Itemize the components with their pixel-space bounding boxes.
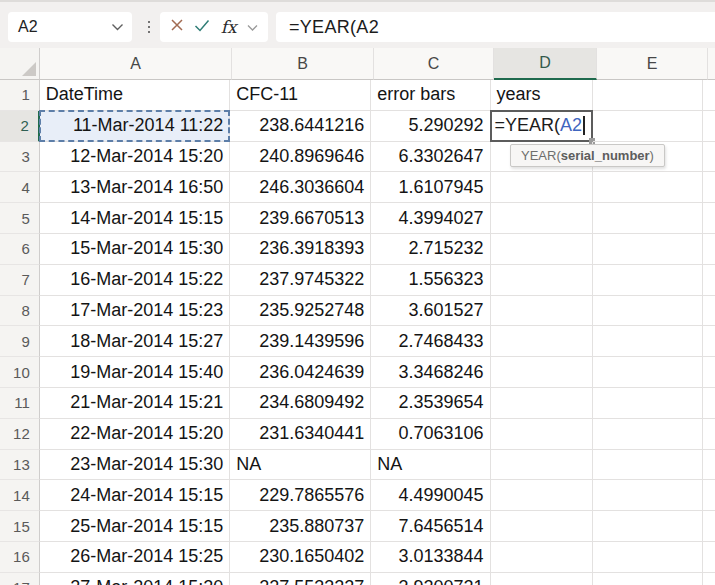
formula-input[interactable]: =YEAR(A2 (276, 12, 715, 42)
cell-A2[interactable]: 11-Mar-2014 11:22 (40, 111, 231, 142)
row-header-1[interactable]: 1 (0, 80, 40, 111)
cell-B15[interactable]: 235.880737 (230, 511, 371, 542)
cell-E8[interactable] (593, 296, 703, 327)
cell-D16[interactable] (491, 542, 593, 573)
cell-E9[interactable] (593, 326, 703, 357)
cell-C16[interactable]: 3.0133844 (371, 542, 490, 573)
cell-B16[interactable]: 230.1650402 (230, 542, 371, 573)
cell-B11[interactable]: 234.6809492 (230, 388, 371, 419)
cell-A8[interactable]: 17-Mar-2014 15:23 (40, 296, 231, 327)
column-header-B[interactable]: B (232, 48, 374, 80)
cell-E13[interactable] (593, 450, 703, 481)
row-header-13[interactable]: 13 (0, 450, 40, 481)
cell-A4[interactable]: 13-Mar-2014 16:50 (40, 172, 231, 203)
cell-E14[interactable] (593, 480, 703, 511)
cell-C14[interactable]: 4.4990045 (371, 480, 490, 511)
cell-A12[interactable]: 22-Mar-2014 15:20 (40, 419, 231, 450)
cell-C11[interactable]: 2.3539654 (371, 388, 490, 419)
cell-C3[interactable]: 6.3302647 (371, 142, 490, 173)
row-header-4[interactable]: 4 (0, 172, 40, 203)
cell-D13[interactable] (491, 450, 593, 481)
cell-B7[interactable]: 237.9745322 (230, 265, 371, 296)
row-header-5[interactable]: 5 (0, 203, 40, 234)
cell-E11[interactable] (593, 388, 703, 419)
column-header-E[interactable]: E (597, 48, 708, 80)
cell-D14[interactable] (491, 480, 593, 511)
row-header-17[interactable]: 17 (0, 573, 40, 585)
name-box[interactable]: A2 (8, 12, 132, 42)
cell-A6[interactable]: 15-Mar-2014 15:30 (40, 234, 231, 265)
cell-A17[interactable]: 27-Mar-2014 15:20 (40, 573, 231, 585)
kebab-menu-icon[interactable] (143, 12, 155, 42)
cell-E17[interactable] (593, 573, 703, 585)
cell-B9[interactable]: 239.1439596 (230, 326, 371, 357)
cell-C4[interactable]: 1.6107945 (371, 172, 490, 203)
row-header-8[interactable]: 8 (0, 296, 40, 327)
cell-E16[interactable] (593, 542, 703, 573)
cell-D10[interactable] (491, 357, 593, 388)
cell-E5[interactable] (593, 203, 703, 234)
cell-C17[interactable]: 3.9200721 (371, 573, 490, 585)
cell-B6[interactable]: 236.3918393 (230, 234, 371, 265)
column-header-D[interactable]: D (494, 48, 597, 80)
cell-A16[interactable]: 26-Mar-2014 15:25 (40, 542, 231, 573)
row-header-11[interactable]: 11 (0, 388, 40, 419)
cancel-icon[interactable] (170, 18, 184, 36)
cell-D2[interactable]: =YEAR(A2 (491, 111, 593, 142)
row-header-10[interactable]: 10 (0, 357, 40, 388)
cell-A9[interactable]: 18-Mar-2014 15:27 (40, 326, 231, 357)
cell-C2[interactable]: 5.290292 (371, 111, 490, 142)
cell-E6[interactable] (593, 234, 703, 265)
cell-A7[interactable]: 16-Mar-2014 15:22 (40, 265, 231, 296)
cell-B14[interactable]: 229.7865576 (230, 480, 371, 511)
cell-A5[interactable]: 14-Mar-2014 15:15 (40, 203, 231, 234)
cell-A10[interactable]: 19-Mar-2014 15:40 (40, 357, 231, 388)
cell-B5[interactable]: 239.6670513 (230, 203, 371, 234)
cell-D12[interactable] (491, 419, 593, 450)
cell-E2[interactable] (593, 111, 703, 142)
enter-check-icon[interactable] (194, 18, 210, 36)
cell-E12[interactable] (593, 419, 703, 450)
cell-A13[interactable]: 23-Mar-2014 15:30 (40, 450, 231, 481)
cell-B2[interactable]: 238.6441216 (230, 111, 371, 142)
cell-C6[interactable]: 2.715232 (371, 234, 490, 265)
cell-D1[interactable]: years (491, 80, 593, 111)
row-header-12[interactable]: 12 (0, 419, 40, 450)
select-all-corner[interactable] (0, 48, 40, 80)
cell-C15[interactable]: 7.6456514 (371, 511, 490, 542)
cell-D5[interactable] (491, 203, 593, 234)
cell-B12[interactable]: 231.6340441 (230, 419, 371, 450)
cell-E7[interactable] (593, 265, 703, 296)
row-header-9[interactable]: 9 (0, 326, 40, 357)
cell-B17[interactable]: 227.5533227 (230, 573, 371, 585)
cell-A3[interactable]: 12-Mar-2014 15:20 (40, 142, 231, 173)
row-header-15[interactable]: 15 (0, 511, 40, 542)
row-header-14[interactable]: 14 (0, 480, 40, 511)
cell-A11[interactable]: 21-Mar-2014 15:21 (40, 388, 231, 419)
cell-B1[interactable]: CFC-11 (230, 80, 371, 111)
cell-B10[interactable]: 236.0424639 (230, 357, 371, 388)
cell-C9[interactable]: 2.7468433 (371, 326, 490, 357)
cell-D7[interactable] (491, 265, 593, 296)
cell-A14[interactable]: 24-Mar-2014 15:15 (40, 480, 231, 511)
column-header-A[interactable]: A (40, 48, 232, 80)
cell-D6[interactable] (491, 234, 593, 265)
cell-C5[interactable]: 4.3994027 (371, 203, 490, 234)
insert-function-icon[interactable]: fx (221, 17, 237, 37)
cell-D15[interactable] (491, 511, 593, 542)
fx-chevron-down-icon[interactable] (247, 18, 258, 36)
cell-C10[interactable]: 3.3468246 (371, 357, 490, 388)
cell-D17[interactable] (491, 573, 593, 585)
row-header-6[interactable]: 6 (0, 234, 40, 265)
cell-E1[interactable] (593, 80, 703, 111)
cell-A15[interactable]: 25-Mar-2014 15:15 (40, 511, 231, 542)
cell-C13[interactable]: NA (371, 450, 490, 481)
row-header-16[interactable]: 16 (0, 542, 40, 573)
cell-B4[interactable]: 246.3036604 (230, 172, 371, 203)
row-header-7[interactable]: 7 (0, 265, 40, 296)
cell-C12[interactable]: 0.7063106 (371, 419, 490, 450)
row-header-2[interactable]: 2 (0, 111, 40, 142)
row-header-3[interactable]: 3 (0, 142, 40, 173)
cell-B8[interactable]: 235.9252748 (230, 296, 371, 327)
cell-E10[interactable] (593, 357, 703, 388)
